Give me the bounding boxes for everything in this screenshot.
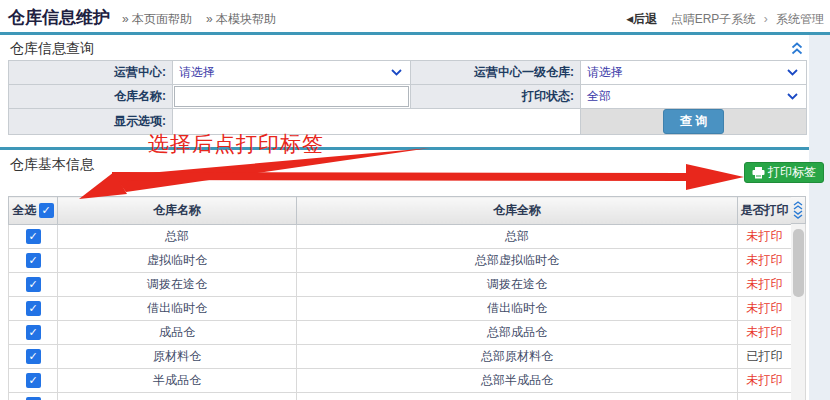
warehouse-full-name-cell: 总部 bbox=[297, 225, 738, 249]
table-row: ✓ bbox=[9, 393, 792, 400]
warehouse-name-cell: 虚拟临时仓 bbox=[58, 249, 297, 273]
top-right-nav: ◀后退 点晴ERP子系统 › 系统管理 bbox=[626, 11, 824, 28]
select-all-label: 全选 bbox=[13, 202, 37, 219]
query-section-title: 仓库信息查询 bbox=[10, 40, 94, 58]
print-status-select[interactable]: 全部 bbox=[581, 85, 806, 108]
table-row: ✓原材料仓总部原材料仓已打印 bbox=[9, 345, 792, 369]
back-label: 后退 bbox=[633, 12, 657, 26]
help-page-link[interactable]: » 本页面帮助 bbox=[122, 12, 192, 26]
center-warehouse-label: 运营中心一级仓库: bbox=[411, 61, 581, 85]
print-status-cell: 未打印 bbox=[738, 273, 792, 297]
row-checkbox[interactable]: ✓ bbox=[26, 277, 41, 292]
top-bar: 仓库信息维护 » 本页面帮助» 本模块帮助 ◀后退 点晴ERP子系统 › 系统管… bbox=[0, 0, 830, 32]
table-header-row: 全选 ✓ 仓库名称 仓库全称 是否打印 bbox=[9, 197, 792, 225]
row-checkbox[interactable]: ✓ bbox=[26, 349, 41, 364]
table-row: ✓调拨在途仓调拨在途仓未打印 bbox=[9, 273, 792, 297]
warehouse-full-name-cell: 借出临时仓 bbox=[297, 297, 738, 321]
op-center-label: 运营中心: bbox=[9, 61, 173, 85]
search-button-cell: 查 询 bbox=[581, 109, 807, 135]
row-select-cell: ✓ bbox=[9, 321, 58, 345]
annotation-text: 选择后点打印标签 bbox=[148, 130, 324, 158]
print-label-button[interactable]: 打印标签 bbox=[744, 162, 824, 183]
warehouse-name-cell: 原材料仓 bbox=[58, 345, 297, 369]
warehouse-name-cell: 调拨在途仓 bbox=[58, 273, 297, 297]
printer-icon bbox=[752, 167, 765, 179]
print-label-button-text: 打印标签 bbox=[768, 164, 816, 181]
chevron-down-icon bbox=[787, 93, 798, 100]
table-row: ✓半成品仓总部半成品仓未打印 bbox=[9, 369, 792, 393]
column-header-name[interactable]: 仓库名称 bbox=[58, 197, 297, 225]
table-body: ✓总部总部未打印✓虚拟临时仓总部虚拟临时仓未打印✓调拨在途仓调拨在途仓未打印✓借… bbox=[9, 225, 792, 400]
warehouse-full-name-cell bbox=[297, 393, 738, 400]
warehouse-name-cell: 半成品仓 bbox=[58, 369, 297, 393]
warehouse-name-cell: 总部 bbox=[58, 225, 297, 249]
print-status-cell: 未打印 bbox=[738, 225, 792, 249]
row-select-cell: ✓ bbox=[9, 273, 58, 297]
table-row: ✓借出临时仓借出临时仓未打印 bbox=[9, 297, 792, 321]
print-status-cell: 未打印 bbox=[738, 297, 792, 321]
row-checkbox[interactable]: ✓ bbox=[26, 229, 41, 244]
op-center-select[interactable]: 请选择 bbox=[173, 61, 410, 84]
row-checkbox[interactable]: ✓ bbox=[26, 301, 41, 316]
table-scrollbar-thumb[interactable] bbox=[793, 229, 804, 297]
warehouse-full-name-cell: 调拨在途仓 bbox=[297, 273, 738, 297]
warehouse-full-name-cell: 总部半成品仓 bbox=[297, 369, 738, 393]
row-checkbox[interactable]: ✓ bbox=[26, 253, 41, 268]
page-title: 仓库信息维护 bbox=[8, 6, 110, 29]
row-select-cell: ✓ bbox=[9, 249, 58, 273]
breadcrumb-section[interactable]: 系统管理 bbox=[776, 12, 824, 26]
print-status-select-value: 全部 bbox=[587, 88, 611, 105]
table-expand-collapse-icons[interactable] bbox=[791, 196, 806, 224]
form-row: 显示选项: 查 询 bbox=[9, 109, 807, 135]
row-select-cell: ✓ bbox=[9, 369, 58, 393]
print-status-cell: 已打印 bbox=[738, 345, 792, 369]
print-status-cell: 未打印 bbox=[738, 321, 792, 345]
row-select-cell: ✓ bbox=[9, 345, 58, 369]
warehouse-full-name-cell: 总部虚拟临时仓 bbox=[297, 249, 738, 273]
print-status-cell: 未打印 bbox=[738, 249, 792, 273]
print-status-cell: 未打印 bbox=[738, 369, 792, 393]
row-checkbox[interactable]: ✓ bbox=[26, 325, 41, 340]
warehouse-name-label: 仓库名称: bbox=[9, 85, 173, 109]
print-status-label: 打印状态: bbox=[411, 85, 581, 109]
row-checkbox[interactable]: ✓ bbox=[26, 373, 41, 388]
table-row: ✓成品仓总部成品仓未打印 bbox=[9, 321, 792, 345]
form-row: 仓库名称: 打印状态: 全部 bbox=[9, 85, 807, 109]
warehouse-name-cell bbox=[58, 393, 297, 400]
column-header-printed[interactable]: 是否打印 bbox=[738, 197, 792, 225]
breadcrumb-app[interactable]: 点晴ERP子系统 bbox=[671, 12, 756, 26]
chevron-down-icon bbox=[391, 69, 402, 76]
op-center-select-value: 请选择 bbox=[179, 64, 215, 81]
collapse-section-icon[interactable] bbox=[791, 42, 803, 55]
table-row: ✓虚拟临时仓总部虚拟临时仓未打印 bbox=[9, 249, 792, 273]
header-divider bbox=[0, 32, 830, 35]
warehouse-name-input[interactable] bbox=[174, 86, 409, 107]
table-row: ✓总部总部未打印 bbox=[9, 225, 792, 249]
back-arrow-icon: ◀ bbox=[626, 14, 633, 24]
select-all-checkbox[interactable]: ✓ bbox=[39, 203, 54, 218]
warehouse-full-name-cell: 总部原材料仓 bbox=[297, 345, 738, 369]
basic-info-section-title: 仓库基本信息 bbox=[10, 156, 94, 174]
row-select-cell: ✓ bbox=[9, 297, 58, 321]
row-select-cell: ✓ bbox=[9, 393, 58, 400]
center-warehouse-select[interactable]: 请选择 bbox=[581, 61, 806, 84]
help-links: » 本页面帮助» 本模块帮助 bbox=[122, 11, 290, 28]
center-warehouse-select-value: 请选择 bbox=[587, 64, 623, 81]
select-all-header: 全选 ✓ bbox=[9, 197, 58, 225]
back-button[interactable]: ◀后退 bbox=[626, 12, 657, 26]
chevron-down-icon bbox=[787, 69, 798, 76]
search-button[interactable]: 查 询 bbox=[663, 109, 724, 134]
column-header-full-name[interactable]: 仓库全称 bbox=[297, 197, 738, 225]
query-form: 运营中心: 请选择 运营中心一级仓库: 请选择 仓库名称: 打印状态: 全部 bbox=[8, 60, 807, 135]
table-scrollbar-track[interactable] bbox=[791, 224, 806, 400]
warehouse-full-name-cell: 总部成品仓 bbox=[297, 321, 738, 345]
page: 仓库信息维护 » 本页面帮助» 本模块帮助 ◀后退 点晴ERP子系统 › 系统管… bbox=[0, 0, 830, 400]
form-row: 运营中心: 请选择 运营中心一级仓库: 请选择 bbox=[9, 61, 807, 85]
section-divider bbox=[0, 147, 809, 150]
warehouse-table: 全选 ✓ 仓库名称 仓库全称 是否打印 ✓总部总部未打印✓虚拟临时仓总部虚拟临时… bbox=[8, 196, 792, 400]
warehouse-name-cell: 成品仓 bbox=[58, 321, 297, 345]
row-select-cell: ✓ bbox=[9, 225, 58, 249]
breadcrumb-separator: › bbox=[764, 12, 768, 26]
help-module-link[interactable]: » 本模块帮助 bbox=[206, 12, 276, 26]
warehouse-name-cell: 借出临时仓 bbox=[58, 297, 297, 321]
